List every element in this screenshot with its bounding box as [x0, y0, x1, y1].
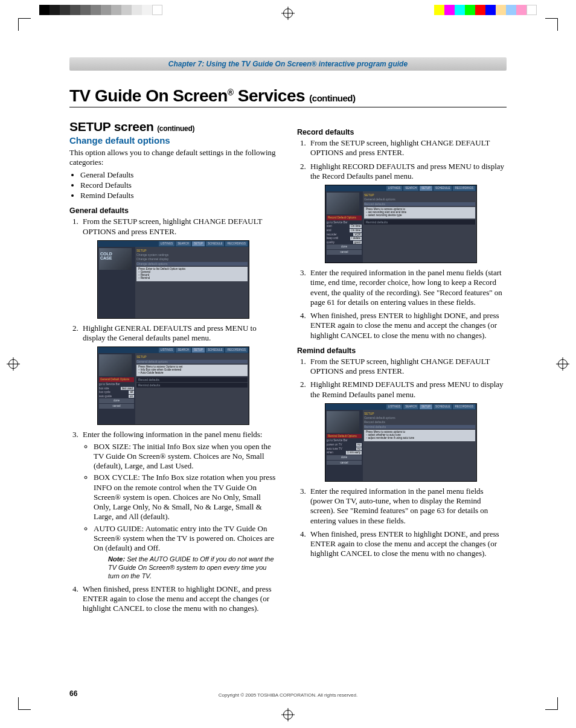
registration-mark-icon [283, 8, 293, 18]
step: Highlight RECORD DEFAULTS and press MENU… [308, 162, 507, 264]
intro-text: This option allows you to change default… [69, 148, 279, 168]
step: Enter the following information in the p… [80, 430, 279, 580]
step: Highlight GENERAL DEFAULTS and press MEN… [80, 324, 279, 426]
remind-steps: From the SETUP screen, highlight CHANGE … [308, 357, 507, 559]
step: When finished, press ENTER to highlight … [308, 311, 507, 340]
sub-item: AUTO GUIDE: Automatic entry into the TV … [94, 524, 279, 581]
chapter-bar: Chapter 7: Using the TV Guide On Screen®… [69, 57, 507, 71]
topic-heading: Record defaults [297, 128, 507, 136]
note: Note: Set the AUTO GUIDE to Off if you d… [108, 555, 279, 580]
crop-mark-icon [545, 18, 558, 31]
list-item: General Defaults [80, 170, 279, 180]
registration-mark-icon [283, 710, 293, 720]
crop-mark-icon [18, 697, 31, 710]
step: From the SETUP screen, highlight CHANGE … [308, 138, 507, 158]
copyright: Copyright © 2005 TOSHIBA CORPORATION. Al… [69, 692, 507, 698]
topic-heading: General defaults [69, 206, 279, 215]
step: Enter the required information in the pa… [308, 487, 507, 526]
screenshot-remind-defaults: LISTINGSSEARCH SETUP SCHEDULERECORDINGS … [325, 403, 477, 482]
registration-mark-icon [558, 359, 568, 369]
footer: Copyright © 2005 TOSHIBA CORPORATION. Al… [69, 692, 507, 698]
step: From the SETUP screen, highlight CHANGE … [308, 357, 507, 377]
section-heading: SETUP screen (continued) [69, 120, 279, 134]
right-column: Record defaults From the SETUP screen, h… [297, 110, 507, 617]
topic-heading: Remind defaults [297, 346, 507, 355]
registration-mark-icon [8, 359, 18, 369]
record-steps: From the SETUP screen, highlight CHANGE … [308, 138, 507, 340]
step: When finished, press ENTER to highlight … [80, 584, 279, 614]
step: Highlight REMIND DEFAULTS and press MENU… [308, 380, 507, 482]
page-number: 66 [69, 689, 77, 698]
step: Enter the required information in the pa… [308, 268, 507, 307]
crop-mark-icon [545, 697, 558, 710]
crop-mark-icon [18, 18, 31, 31]
sub-item: BOX SIZE: The initial Info Box size when… [94, 442, 279, 471]
screenshot-general-defaults: LISTINGSSEARCH SETUP SCHEDULERECORDINGS … [97, 346, 249, 425]
screenshot-setup-options: LISTINGSSEARCH SETUP SCHEDULERECORDINGS … [97, 240, 249, 319]
page-title: TV Guide On Screen® Services (continued) [69, 86, 507, 107]
gray-bars [39, 5, 162, 15]
category-list: General Defaults Record Defaults Remind … [80, 170, 279, 201]
page-content: Chapter 7: Using the TV Guide On Screen®… [69, 57, 507, 698]
subsection-heading: Change default options [69, 135, 279, 145]
sub-item: BOX CYCLE: The Info Box size rotation wh… [94, 473, 279, 522]
list-item: Remind Defaults [80, 191, 279, 200]
step: From the SETUP screen, highlight CHANGE … [80, 217, 279, 319]
screenshot-record-defaults: LISTINGSSEARCH SETUP SCHEDULERECORDINGS … [325, 185, 477, 263]
left-column: SETUP screen (continued) Change default … [69, 110, 279, 617]
step: When finished, press ENTER to highlight … [308, 529, 507, 559]
general-steps: From the SETUP screen, highlight CHANGE … [80, 217, 279, 613]
color-bars [434, 5, 537, 15]
list-item: Record Defaults [80, 180, 279, 190]
